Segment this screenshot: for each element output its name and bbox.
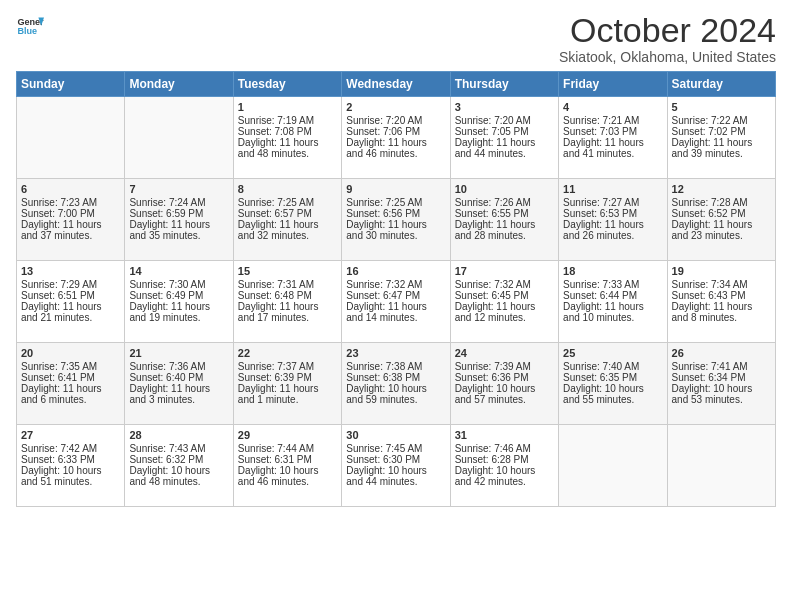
day-number: 1 bbox=[238, 101, 337, 113]
day-number: 26 bbox=[672, 347, 771, 359]
sunrise-text: Sunrise: 7:33 AM bbox=[563, 279, 662, 290]
sunset-text: Sunset: 6:53 PM bbox=[563, 208, 662, 219]
daylight-text: Daylight: 11 hours and 35 minutes. bbox=[129, 219, 228, 241]
daylight-text: Daylight: 11 hours and 46 minutes. bbox=[346, 137, 445, 159]
sunrise-text: Sunrise: 7:22 AM bbox=[672, 115, 771, 126]
day-number: 6 bbox=[21, 183, 120, 195]
sunrise-text: Sunrise: 7:37 AM bbox=[238, 361, 337, 372]
sunrise-text: Sunrise: 7:24 AM bbox=[129, 197, 228, 208]
sunrise-text: Sunrise: 7:32 AM bbox=[455, 279, 554, 290]
sunrise-text: Sunrise: 7:31 AM bbox=[238, 279, 337, 290]
calendar-cell bbox=[667, 425, 775, 507]
day-number: 29 bbox=[238, 429, 337, 441]
day-number: 18 bbox=[563, 265, 662, 277]
sunset-text: Sunset: 7:05 PM bbox=[455, 126, 554, 137]
col-header-sunday: Sunday bbox=[17, 72, 125, 97]
daylight-text: Daylight: 11 hours and 23 minutes. bbox=[672, 219, 771, 241]
day-number: 31 bbox=[455, 429, 554, 441]
sunrise-text: Sunrise: 7:38 AM bbox=[346, 361, 445, 372]
sunrise-text: Sunrise: 7:39 AM bbox=[455, 361, 554, 372]
sunset-text: Sunset: 6:59 PM bbox=[129, 208, 228, 219]
week-row-1: 1Sunrise: 7:19 AMSunset: 7:08 PMDaylight… bbox=[17, 97, 776, 179]
sunrise-text: Sunrise: 7:28 AM bbox=[672, 197, 771, 208]
daylight-text: Daylight: 11 hours and 17 minutes. bbox=[238, 301, 337, 323]
sunset-text: Sunset: 6:34 PM bbox=[672, 372, 771, 383]
calendar-cell: 31Sunrise: 7:46 AMSunset: 6:28 PMDayligh… bbox=[450, 425, 558, 507]
daylight-text: Daylight: 10 hours and 59 minutes. bbox=[346, 383, 445, 405]
sunrise-text: Sunrise: 7:32 AM bbox=[346, 279, 445, 290]
calendar-cell: 3Sunrise: 7:20 AMSunset: 7:05 PMDaylight… bbox=[450, 97, 558, 179]
daylight-text: Daylight: 11 hours and 37 minutes. bbox=[21, 219, 120, 241]
daylight-text: Daylight: 11 hours and 19 minutes. bbox=[129, 301, 228, 323]
day-number: 11 bbox=[563, 183, 662, 195]
sunset-text: Sunset: 6:36 PM bbox=[455, 372, 554, 383]
calendar-cell: 21Sunrise: 7:36 AMSunset: 6:40 PMDayligh… bbox=[125, 343, 233, 425]
day-number: 10 bbox=[455, 183, 554, 195]
calendar-cell: 9Sunrise: 7:25 AMSunset: 6:56 PMDaylight… bbox=[342, 179, 450, 261]
calendar-cell: 8Sunrise: 7:25 AMSunset: 6:57 PMDaylight… bbox=[233, 179, 341, 261]
sunset-text: Sunset: 6:35 PM bbox=[563, 372, 662, 383]
day-number: 23 bbox=[346, 347, 445, 359]
calendar-cell: 27Sunrise: 7:42 AMSunset: 6:33 PMDayligh… bbox=[17, 425, 125, 507]
week-row-5: 27Sunrise: 7:42 AMSunset: 6:33 PMDayligh… bbox=[17, 425, 776, 507]
calendar-cell: 5Sunrise: 7:22 AMSunset: 7:02 PMDaylight… bbox=[667, 97, 775, 179]
sunrise-text: Sunrise: 7:19 AM bbox=[238, 115, 337, 126]
sunset-text: Sunset: 6:49 PM bbox=[129, 290, 228, 301]
daylight-text: Daylight: 11 hours and 14 minutes. bbox=[346, 301, 445, 323]
title-block: October 2024 Skiatook, Oklahoma, United … bbox=[559, 12, 776, 65]
day-number: 15 bbox=[238, 265, 337, 277]
sunset-text: Sunset: 6:56 PM bbox=[346, 208, 445, 219]
day-number: 5 bbox=[672, 101, 771, 113]
day-number: 13 bbox=[21, 265, 120, 277]
daylight-text: Daylight: 11 hours and 28 minutes. bbox=[455, 219, 554, 241]
col-header-tuesday: Tuesday bbox=[233, 72, 341, 97]
daylight-text: Daylight: 10 hours and 57 minutes. bbox=[455, 383, 554, 405]
sunset-text: Sunset: 6:48 PM bbox=[238, 290, 337, 301]
calendar-cell: 25Sunrise: 7:40 AMSunset: 6:35 PMDayligh… bbox=[559, 343, 667, 425]
logo: General Blue bbox=[16, 12, 44, 40]
sunrise-text: Sunrise: 7:42 AM bbox=[21, 443, 120, 454]
calendar-cell: 11Sunrise: 7:27 AMSunset: 6:53 PMDayligh… bbox=[559, 179, 667, 261]
day-number: 20 bbox=[21, 347, 120, 359]
calendar-cell: 13Sunrise: 7:29 AMSunset: 6:51 PMDayligh… bbox=[17, 261, 125, 343]
sunrise-text: Sunrise: 7:40 AM bbox=[563, 361, 662, 372]
sunset-text: Sunset: 6:57 PM bbox=[238, 208, 337, 219]
daylight-text: Daylight: 11 hours and 48 minutes. bbox=[238, 137, 337, 159]
calendar-cell: 15Sunrise: 7:31 AMSunset: 6:48 PMDayligh… bbox=[233, 261, 341, 343]
col-header-wednesday: Wednesday bbox=[342, 72, 450, 97]
daylight-text: Daylight: 11 hours and 12 minutes. bbox=[455, 301, 554, 323]
day-number: 9 bbox=[346, 183, 445, 195]
daylight-text: Daylight: 11 hours and 10 minutes. bbox=[563, 301, 662, 323]
sunrise-text: Sunrise: 7:43 AM bbox=[129, 443, 228, 454]
sunset-text: Sunset: 6:38 PM bbox=[346, 372, 445, 383]
sunrise-text: Sunrise: 7:25 AM bbox=[346, 197, 445, 208]
daylight-text: Daylight: 10 hours and 51 minutes. bbox=[21, 465, 120, 487]
day-number: 27 bbox=[21, 429, 120, 441]
sunset-text: Sunset: 6:55 PM bbox=[455, 208, 554, 219]
calendar-cell: 19Sunrise: 7:34 AMSunset: 6:43 PMDayligh… bbox=[667, 261, 775, 343]
calendar-cell: 14Sunrise: 7:30 AMSunset: 6:49 PMDayligh… bbox=[125, 261, 233, 343]
week-row-3: 13Sunrise: 7:29 AMSunset: 6:51 PMDayligh… bbox=[17, 261, 776, 343]
daylight-text: Daylight: 10 hours and 44 minutes. bbox=[346, 465, 445, 487]
daylight-text: Daylight: 11 hours and 21 minutes. bbox=[21, 301, 120, 323]
calendar-cell: 18Sunrise: 7:33 AMSunset: 6:44 PMDayligh… bbox=[559, 261, 667, 343]
sunrise-text: Sunrise: 7:36 AM bbox=[129, 361, 228, 372]
week-row-2: 6Sunrise: 7:23 AMSunset: 7:00 PMDaylight… bbox=[17, 179, 776, 261]
day-number: 16 bbox=[346, 265, 445, 277]
daylight-text: Daylight: 11 hours and 30 minutes. bbox=[346, 219, 445, 241]
day-number: 25 bbox=[563, 347, 662, 359]
daylight-text: Daylight: 10 hours and 53 minutes. bbox=[672, 383, 771, 405]
page-container: General Blue October 2024 Skiatook, Okla… bbox=[0, 0, 792, 517]
day-number: 19 bbox=[672, 265, 771, 277]
svg-text:Blue: Blue bbox=[17, 26, 37, 36]
daylight-text: Daylight: 11 hours and 8 minutes. bbox=[672, 301, 771, 323]
day-number: 4 bbox=[563, 101, 662, 113]
sunset-text: Sunset: 6:47 PM bbox=[346, 290, 445, 301]
day-number: 17 bbox=[455, 265, 554, 277]
daylight-text: Daylight: 10 hours and 46 minutes. bbox=[238, 465, 337, 487]
calendar-cell: 2Sunrise: 7:20 AMSunset: 7:06 PMDaylight… bbox=[342, 97, 450, 179]
day-number: 22 bbox=[238, 347, 337, 359]
calendar-cell: 20Sunrise: 7:35 AMSunset: 6:41 PMDayligh… bbox=[17, 343, 125, 425]
sunrise-text: Sunrise: 7:46 AM bbox=[455, 443, 554, 454]
sunset-text: Sunset: 6:31 PM bbox=[238, 454, 337, 465]
